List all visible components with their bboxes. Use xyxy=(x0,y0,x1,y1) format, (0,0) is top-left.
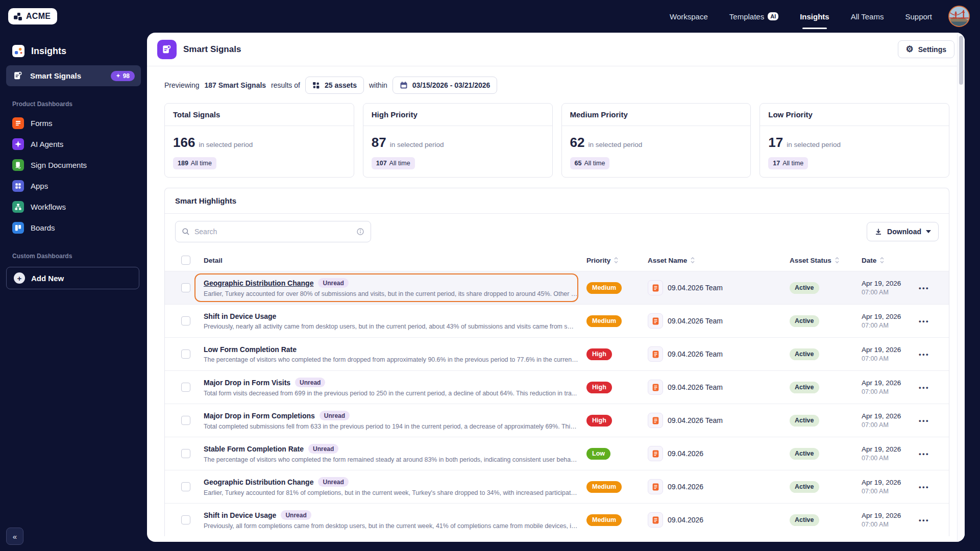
row-menu-button[interactable] xyxy=(919,350,941,358)
topnav-link-workspace[interactable]: Workspace xyxy=(670,7,708,26)
signal-title[interactable]: Stable Form Completion Rate xyxy=(204,445,304,453)
acme-logo-icon xyxy=(13,12,22,21)
unread-badge: Unread xyxy=(281,510,311,520)
sidebar-item-apps[interactable]: Apps xyxy=(0,176,147,196)
column-priority[interactable]: Priority xyxy=(586,257,648,264)
signal-title[interactable]: Shift in Device Usage xyxy=(204,312,276,320)
sidebar-item-sign-documents[interactable]: Sign Documents xyxy=(0,155,147,176)
row-menu-button[interactable] xyxy=(919,516,941,524)
asset-name: 09.04.2026 Team xyxy=(668,416,723,424)
table-row[interactable]: Low Form Completion Rate The percentage … xyxy=(165,337,949,370)
table-row[interactable]: Major Drop in Form Completions Unread To… xyxy=(165,404,949,437)
smart-highlights-title: Smart Highlights xyxy=(165,188,949,214)
alltime-badge: 189All time xyxy=(173,157,216,169)
settings-button[interactable]: ⚙ Settings xyxy=(898,40,954,58)
row-checkbox[interactable] xyxy=(181,449,190,458)
asset-status-badge: Active xyxy=(790,415,819,427)
asset-name: 09.04.2026 xyxy=(668,483,703,491)
row-checkbox[interactable] xyxy=(181,283,190,292)
stat-value: 87 xyxy=(372,135,386,150)
acme-logo[interactable]: ACME xyxy=(8,8,57,24)
unread-badge: Unread xyxy=(318,477,348,487)
topnav-link-support[interactable]: Support xyxy=(905,7,932,26)
signal-title[interactable]: Geographic Distribution Change xyxy=(204,478,313,486)
priority-badge: Medium xyxy=(586,514,622,526)
signal-title[interactable]: Major Drop in Form Visits xyxy=(204,379,290,387)
table-body: Geographic Distribution Change Unread Ea… xyxy=(165,271,949,536)
table-row[interactable]: Shift in Device Usage Previously, nearly… xyxy=(165,304,949,337)
stat-caption: in selected period xyxy=(787,141,841,148)
signal-description: Previously, nearly all activity came fro… xyxy=(204,323,578,330)
signal-date: Apr 19, 2026 xyxy=(862,346,919,354)
row-checkbox[interactable] xyxy=(181,349,190,359)
table-row[interactable]: Stable Form Completion Rate Unread The p… xyxy=(165,437,949,470)
signal-description: Earlier, Turkey accounted for 81% of com… xyxy=(204,489,578,496)
row-checkbox[interactable] xyxy=(181,515,190,524)
assets-filter-button[interactable]: 25 assets xyxy=(305,77,364,94)
asset-status-badge: Active xyxy=(790,448,819,460)
stat-caption: in selected period xyxy=(199,141,253,148)
search-input[interactable] xyxy=(194,228,352,236)
signal-title[interactable]: Shift in Device Usage xyxy=(204,511,276,519)
sidebar-item-smart-signals[interactable]: Smart Signals 98 xyxy=(6,65,141,86)
column-asset-status[interactable]: Asset Status xyxy=(790,257,862,264)
asset-name: 09.04.2026 xyxy=(668,449,703,458)
signal-date: Apr 19, 2026 xyxy=(862,479,919,486)
row-menu-button[interactable] xyxy=(919,417,941,424)
row-menu-button[interactable] xyxy=(919,384,941,391)
ai-agents-icon xyxy=(12,138,24,150)
asset-status-badge: Active xyxy=(790,315,819,327)
column-date[interactable]: Date xyxy=(862,257,919,264)
stat-title: Low Priority xyxy=(760,104,949,126)
sort-icon xyxy=(835,257,840,264)
topnav-link-all-teams[interactable]: All Teams xyxy=(851,7,884,26)
signal-title[interactable]: Geographic Distribution Change xyxy=(204,279,313,287)
row-checkbox[interactable] xyxy=(181,316,190,325)
sort-icon xyxy=(614,257,619,264)
priority-badge: Low xyxy=(586,448,610,460)
signal-title[interactable]: Major Drop in Form Completions xyxy=(204,412,315,420)
panel-scrollbar[interactable] xyxy=(957,33,965,542)
row-checkbox[interactable] xyxy=(181,383,190,392)
topnav-link-insights[interactable]: Insights xyxy=(800,7,829,26)
row-menu-button[interactable] xyxy=(919,450,941,458)
stat-card: Medium Priority 62in selected period 65A… xyxy=(561,103,751,178)
download-button[interactable]: Download xyxy=(867,222,939,241)
table-row[interactable]: Geographic Distribution Change Unread Ea… xyxy=(165,470,949,503)
smart-signals-icon xyxy=(12,70,24,82)
sort-icon xyxy=(690,257,695,264)
scrollbar-thumb[interactable] xyxy=(959,36,963,85)
form-asset-icon xyxy=(648,512,663,528)
add-new-button[interactable]: Add New xyxy=(6,267,139,289)
date-range-button[interactable]: 03/15/2026 - 03/21/2026 xyxy=(393,77,498,94)
topnav-link-templates[interactable]: Templates AI xyxy=(729,7,778,26)
priority-badge: Medium xyxy=(586,481,622,493)
sidebar-item-ai-agents[interactable]: AI Agents xyxy=(0,134,147,155)
stat-value: 62 xyxy=(570,135,585,150)
table-row[interactable]: Shift in Device Usage Unread Previously,… xyxy=(165,503,949,536)
table-row[interactable]: Major Drop in Form Visits Unread Total f… xyxy=(165,370,949,404)
signal-title[interactable]: Low Form Completion Rate xyxy=(204,345,297,354)
asset-status-badge: Active xyxy=(790,481,819,493)
row-menu-button[interactable] xyxy=(919,317,941,325)
signal-time: 07:00 AM xyxy=(862,289,919,296)
table-row[interactable]: Geographic Distribution Change Unread Ea… xyxy=(165,271,949,304)
user-avatar[interactable] xyxy=(948,6,970,27)
signal-time: 07:00 AM xyxy=(862,421,919,429)
row-checkbox[interactable] xyxy=(181,416,190,425)
collapse-sidebar-button[interactable]: « xyxy=(6,528,23,545)
select-all-checkbox[interactable] xyxy=(181,256,190,265)
signal-time: 07:00 AM xyxy=(862,521,919,528)
row-checkbox[interactable] xyxy=(181,482,190,491)
stat-title: High Priority xyxy=(363,104,552,126)
stat-title: Medium Priority xyxy=(562,104,751,126)
column-asset-name[interactable]: Asset Name xyxy=(648,257,790,264)
row-menu-button[interactable] xyxy=(919,483,941,491)
workflows-icon xyxy=(12,201,24,213)
sidebar-item-boards[interactable]: Boards xyxy=(0,217,147,238)
sidebar-item-workflows[interactable]: Workflows xyxy=(0,196,147,217)
search-icon xyxy=(182,228,190,236)
row-menu-button[interactable] xyxy=(919,284,941,292)
sidebar-item-forms[interactable]: Forms xyxy=(0,113,147,134)
sidebar-product-items: Forms AI Agents Sign Documents Apps Work… xyxy=(0,113,147,238)
